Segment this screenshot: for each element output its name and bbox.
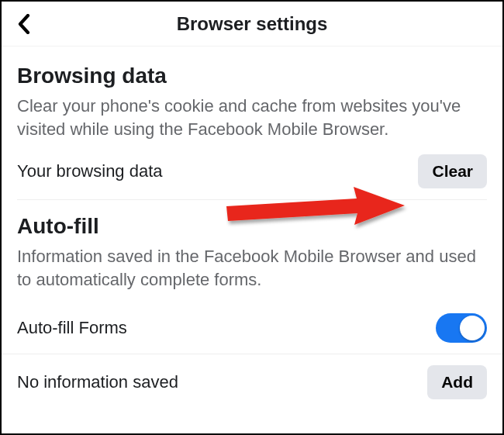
back-button[interactable] [12,12,36,36]
auto-fill-heading: Auto-fill [17,214,487,239]
no-information-saved-label: No information saved [17,372,178,392]
your-browsing-data-row: Your browsing data Clear [17,151,487,200]
your-browsing-data-label: Your browsing data [17,161,163,181]
chevron-left-icon [17,14,31,34]
browsing-data-heading: Browsing data [17,64,487,88]
add-button[interactable]: Add [427,365,487,399]
page-title: Browser settings [177,13,328,35]
auto-fill-forms-row: Auto-fill Forms [2,302,502,354]
auto-fill-forms-toggle[interactable] [436,313,487,343]
auto-fill-forms-label: Auto-fill Forms [17,318,127,338]
no-information-saved-row: No information saved Add [2,354,502,410]
auto-fill-description: Information saved in the Facebook Mobile… [17,245,487,291]
toggle-knob [460,316,485,340]
browsing-data-description: Clear your phone's cookie and cache from… [17,95,487,140]
clear-button[interactable]: Clear [418,154,487,188]
